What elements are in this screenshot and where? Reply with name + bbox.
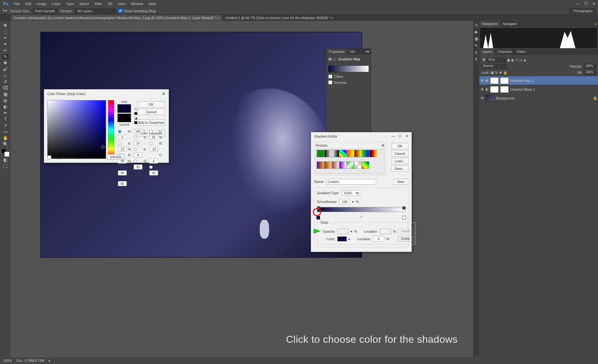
layer-thumb[interactable] [486,95,494,102]
restore-icon[interactable]: ❐ [582,1,590,7]
websafe-snap[interactable] [134,121,137,124]
adj-link-icon[interactable]: ◐ [486,87,489,91]
s-input[interactable] [149,135,158,140]
eyedropper-icon[interactable]: ✎▾ [3,9,7,13]
new-button[interactable]: New [393,179,408,185]
load-button[interactable]: Load... [391,158,408,164]
cancel-button[interactable]: Cancel [137,109,165,115]
gamut-warning-icon[interactable]: ⚠ [134,107,137,111]
pen-tool[interactable]: ✒ [1,110,9,116]
minimize-icon[interactable]: — [574,1,582,7]
smooth-drop-icon[interactable]: ▾ [352,200,354,204]
gradient-type-select[interactable]: Solid [341,190,360,196]
menu-select[interactable]: Select [77,1,92,7]
websafe-warning-icon[interactable]: ◪ [134,116,137,120]
histogram[interactable] [480,28,597,48]
layer-mask[interactable] [500,77,509,84]
tab-info[interactable]: Info [347,49,358,54]
healing-tool[interactable]: ✚ [1,60,9,66]
adj-link-icon[interactable]: ◐ [486,78,489,83]
radio-bl[interactable] [134,148,137,151]
layer-row-channel-mixer[interactable]: 👁 ◐ Channel Mixer 1 [479,85,598,94]
ok-button[interactable]: OK [391,143,408,149]
char-icon[interactable]: A [475,50,478,55]
mask-icon[interactable]: ▢ [333,57,336,61]
hand-tool[interactable]: ✋ [1,135,9,141]
filter-smart-icon[interactable]: ◈ [524,58,526,62]
close-icon[interactable]: ✕ [590,1,598,7]
bl-input[interactable] [118,170,127,175]
color-field[interactable] [47,100,106,159]
tab-close-icon[interactable]: × [217,16,219,20]
l-input[interactable] [118,135,127,140]
status-flyout-icon[interactable]: ▸ [49,359,51,363]
filter-adj-icon[interactable]: ◐ [511,58,514,62]
current-color-swatch[interactable] [117,114,131,122]
preset-grid[interactable] [316,149,385,174]
visibility-icon[interactable]: 👁 [480,96,484,100]
stop-color-loc-input[interactable] [373,236,384,242]
kind-filter-icon[interactable]: 🔎 [481,58,486,62]
minimize-icon[interactable]: — [391,134,395,138]
brushsettings-icon[interactable]: ✎ [475,43,478,48]
show-ring-check[interactable]: Show Sampling Ring [118,9,156,13]
zoom-level[interactable]: 100% [3,359,12,362]
filter-shape-icon[interactable]: ▭ [519,58,522,62]
color-stop-right[interactable] [402,216,406,220]
opacity-stop-left[interactable] [317,206,320,210]
r-input[interactable] [134,153,142,158]
cancel-button[interactable]: Cancel [391,150,408,157]
radio-s[interactable] [134,136,137,139]
name-input[interactable] [326,179,376,185]
menu-view[interactable]: View [115,1,128,7]
type-tool[interactable]: T [1,116,9,122]
zoom-tool[interactable]: 🔍 [1,141,9,147]
layer-row-background[interactable]: 👁 Background 🔒 [479,94,598,103]
move-tool[interactable]: ✥ [1,22,9,28]
shape-tool[interactable]: ▭ [1,129,9,135]
g-input[interactable] [149,159,158,164]
eyedropper-tool[interactable]: ✎ [1,53,9,60]
dither-check[interactable]: Dither [326,73,371,79]
radio-g[interactable] [134,159,137,163]
color-chip[interactable] [337,236,347,241]
brush-tool[interactable]: 🖌 [1,66,9,72]
opacity-stop-right[interactable] [402,206,406,210]
gradient-preview[interactable] [328,65,369,72]
menu-3d[interactable]: 3D [105,1,115,7]
lock-pos-icon[interactable]: ✥ [499,71,502,75]
sample-size-drop[interactable]: Point Sample [33,8,58,13]
reverse-check[interactable]: Reverse [326,79,371,85]
play-icon[interactable]: ▶ [475,30,478,34]
menu-type[interactable]: Type [64,1,77,7]
radio-bl2[interactable] [149,165,153,169]
menu-help[interactable]: Help [146,1,159,7]
menu-window[interactable]: Window [128,1,146,7]
lock-paint-icon[interactable]: ✎ [495,71,498,75]
k-input[interactable] [118,181,127,186]
opacity-value[interactable]: 100% [584,64,596,69]
lock-all-icon[interactable]: 🔒 [503,71,508,75]
smoothness-input[interactable] [339,199,350,205]
radio-h[interactable] [118,130,121,133]
bv-input[interactable] [118,147,127,152]
gradient-bar[interactable]: ◇ [317,207,406,216]
tab-properties[interactable]: Properties [326,49,347,54]
tab-layers[interactable]: Layers [479,49,495,55]
tab-histogram[interactable]: Histogram [479,21,500,27]
only-web-colors[interactable]: Only Web Colors [47,155,79,159]
gamut-snap[interactable] [134,112,137,115]
swatches-icon[interactable]: ▦ [475,37,478,41]
screenmode-tool[interactable]: ⛶ [1,163,9,169]
radio-bv[interactable] [149,142,153,145]
hist-warning-icon[interactable]: ⚠ [594,22,597,26]
dodge-tool[interactable]: ◐ [1,104,9,110]
maximize-icon[interactable]: ☐ [399,134,402,138]
hue-slider[interactable] [108,100,114,159]
filter-img-icon[interactable]: ▣ [507,58,510,62]
tab-channels[interactable]: Channels [495,49,514,55]
path-tool[interactable]: ↗ [1,122,9,129]
workspace-switch[interactable]: Photography [570,8,596,13]
h-input[interactable] [134,129,142,134]
menu-file[interactable]: File [11,1,23,7]
